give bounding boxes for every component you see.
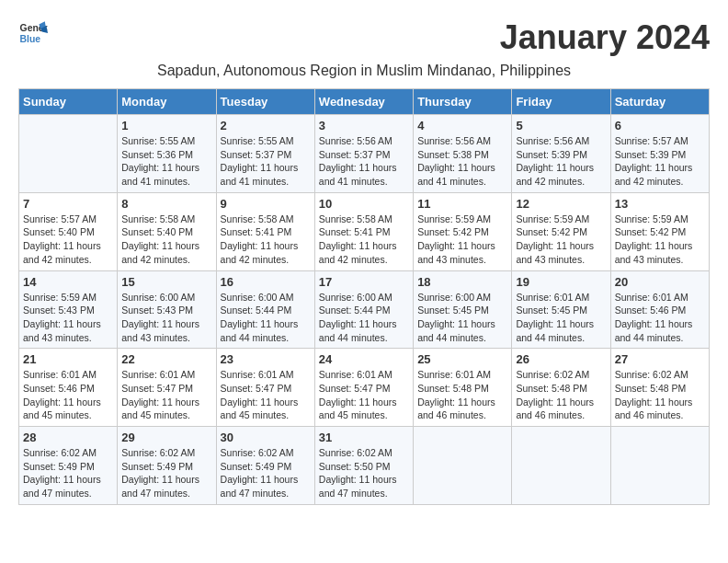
day-info: Sunrise: 5:56 AMSunset: 5:39 PMDaylight:… [516,134,606,189]
day-number: 15 [121,275,211,289]
calendar-cell: 4Sunrise: 5:56 AMSunset: 5:38 PMDaylight… [414,115,512,193]
calendar-cell: 18Sunrise: 6:00 AMSunset: 5:45 PMDayligh… [414,270,512,349]
calendar-cell: 17Sunrise: 6:00 AMSunset: 5:44 PMDayligh… [314,270,413,349]
day-number: 5 [516,119,606,132]
calendar-table: SundayMondayTuesdayWednesdayThursdayFrid… [18,88,710,505]
weekday-header-tuesday: Tuesday [216,89,314,115]
calendar-cell: 25Sunrise: 6:01 AMSunset: 5:48 PMDayligh… [414,349,512,427]
calendar-cell: 12Sunrise: 5:59 AMSunset: 5:42 PMDayligh… [512,192,610,270]
calendar-cell: 23Sunrise: 6:01 AMSunset: 5:47 PMDayligh… [216,349,314,427]
day-number: 29 [121,431,211,444]
day-number: 19 [516,275,606,289]
calendar-cell: 31Sunrise: 6:02 AMSunset: 5:50 PMDayligh… [314,427,413,505]
day-number: 10 [319,197,409,211]
day-info: Sunrise: 5:58 AMSunset: 5:41 PMDaylight:… [221,213,311,267]
day-number: 27 [615,352,705,366]
calendar-cell: 9Sunrise: 5:58 AMSunset: 5:41 PMDaylight… [216,192,314,270]
calendar-cell: 10Sunrise: 5:58 AMSunset: 5:41 PMDayligh… [314,192,413,270]
calendar-cell: 26Sunrise: 6:02 AMSunset: 5:48 PMDayligh… [512,349,610,427]
day-info: Sunrise: 6:01 AMSunset: 5:48 PMDaylight:… [417,368,507,422]
day-info: Sunrise: 5:56 AMSunset: 5:38 PMDaylight:… [417,134,507,189]
day-number: 2 [221,119,311,132]
day-number: 9 [221,197,311,211]
calendar-cell: 8Sunrise: 5:58 AMSunset: 5:40 PMDaylight… [118,192,216,270]
day-info: Sunrise: 5:59 AMSunset: 5:42 PMDaylight:… [417,213,507,267]
month-title: January 2024 [500,18,710,57]
day-info: Sunrise: 5:59 AMSunset: 5:43 PMDaylight:… [23,291,113,345]
calendar-cell: 30Sunrise: 6:02 AMSunset: 5:49 PMDayligh… [216,427,314,505]
day-number: 7 [23,197,113,211]
day-number: 31 [319,431,409,444]
calendar-cell: 5Sunrise: 5:56 AMSunset: 5:39 PMDaylight… [512,115,610,193]
page-header: General Blue January 2024 [18,18,710,57]
day-info: Sunrise: 5:57 AMSunset: 5:39 PMDaylight:… [615,134,705,189]
calendar-cell: 6Sunrise: 5:57 AMSunset: 5:39 PMDaylight… [610,115,709,193]
day-number: 21 [23,352,113,366]
day-info: Sunrise: 5:56 AMSunset: 5:37 PMDaylight:… [319,134,409,189]
weekday-header-friday: Friday [512,89,610,115]
day-info: Sunrise: 5:57 AMSunset: 5:40 PMDaylight:… [23,213,113,267]
calendar-week-4: 21Sunrise: 6:01 AMSunset: 5:46 PMDayligh… [19,349,710,427]
day-info: Sunrise: 5:59 AMSunset: 5:42 PMDaylight:… [516,213,606,267]
weekday-header-sunday: Sunday [19,89,118,115]
day-number: 4 [417,119,507,132]
calendar-cell [19,115,118,193]
weekday-header-monday: Monday [118,89,216,115]
calendar-week-5: 28Sunrise: 6:02 AMSunset: 5:49 PMDayligh… [19,427,710,505]
calendar-cell: 22Sunrise: 6:01 AMSunset: 5:47 PMDayligh… [118,349,216,427]
calendar-cell: 13Sunrise: 5:59 AMSunset: 5:42 PMDayligh… [610,192,709,270]
day-info: Sunrise: 6:01 AMSunset: 5:45 PMDaylight:… [516,291,606,345]
calendar-cell [414,427,512,505]
day-number: 14 [23,275,113,289]
day-info: Sunrise: 5:58 AMSunset: 5:41 PMDaylight:… [319,213,409,267]
calendar-cell: 14Sunrise: 5:59 AMSunset: 5:43 PMDayligh… [19,270,118,349]
day-number: 26 [516,352,606,366]
calendar-cell: 27Sunrise: 6:02 AMSunset: 5:48 PMDayligh… [610,349,709,427]
day-info: Sunrise: 6:01 AMSunset: 5:47 PMDaylight:… [319,368,409,422]
day-info: Sunrise: 6:00 AMSunset: 5:44 PMDaylight:… [221,291,311,345]
day-info: Sunrise: 6:01 AMSunset: 5:47 PMDaylight:… [121,368,211,422]
day-info: Sunrise: 6:01 AMSunset: 5:46 PMDaylight:… [615,291,705,345]
weekday-header-wednesday: Wednesday [314,89,413,115]
calendar-cell [512,427,610,505]
calendar-cell: 19Sunrise: 6:01 AMSunset: 5:45 PMDayligh… [512,270,610,349]
logo: General Blue [18,18,48,48]
calendar-week-2: 7Sunrise: 5:57 AMSunset: 5:40 PMDaylight… [19,192,710,270]
calendar-cell: 11Sunrise: 5:59 AMSunset: 5:42 PMDayligh… [414,192,512,270]
day-number: 22 [121,352,211,366]
svg-text:Blue: Blue [20,34,41,44]
day-number: 11 [417,197,507,211]
weekday-header-thursday: Thursday [414,89,512,115]
calendar-cell: 7Sunrise: 5:57 AMSunset: 5:40 PMDaylight… [19,192,118,270]
day-number: 6 [615,119,705,132]
day-number: 8 [121,197,211,211]
day-info: Sunrise: 6:02 AMSunset: 5:49 PMDaylight:… [221,446,311,500]
day-number: 16 [221,275,311,289]
day-info: Sunrise: 5:55 AMSunset: 5:37 PMDaylight:… [221,134,311,189]
weekday-header-saturday: Saturday [610,89,709,115]
calendar-cell: 16Sunrise: 6:00 AMSunset: 5:44 PMDayligh… [216,270,314,349]
calendar-cell: 15Sunrise: 6:00 AMSunset: 5:43 PMDayligh… [118,270,216,349]
day-info: Sunrise: 6:02 AMSunset: 5:50 PMDaylight:… [319,446,409,500]
subtitle: Sapadun, Autonomous Region in Muslim Min… [18,63,710,79]
calendar-cell: 21Sunrise: 6:01 AMSunset: 5:46 PMDayligh… [19,349,118,427]
calendar-cell: 3Sunrise: 5:56 AMSunset: 5:37 PMDaylight… [314,115,413,193]
day-number: 3 [319,119,409,132]
day-number: 30 [221,431,311,444]
calendar-cell: 20Sunrise: 6:01 AMSunset: 5:46 PMDayligh… [610,270,709,349]
day-number: 25 [417,352,507,366]
calendar-week-3: 14Sunrise: 5:59 AMSunset: 5:43 PMDayligh… [19,270,710,349]
day-info: Sunrise: 6:02 AMSunset: 5:48 PMDaylight:… [516,368,606,422]
calendar-cell: 1Sunrise: 5:55 AMSunset: 5:36 PMDaylight… [118,115,216,193]
day-info: Sunrise: 6:01 AMSunset: 5:47 PMDaylight:… [221,368,311,422]
day-info: Sunrise: 6:02 AMSunset: 5:49 PMDaylight:… [121,446,211,500]
day-info: Sunrise: 5:59 AMSunset: 5:42 PMDaylight:… [615,213,705,267]
calendar-cell: 28Sunrise: 6:02 AMSunset: 5:49 PMDayligh… [19,427,118,505]
day-info: Sunrise: 6:00 AMSunset: 5:44 PMDaylight:… [319,291,409,345]
day-number: 12 [516,197,606,211]
calendar-week-1: 1Sunrise: 5:55 AMSunset: 5:36 PMDaylight… [19,115,710,193]
calendar-cell: 24Sunrise: 6:01 AMSunset: 5:47 PMDayligh… [314,349,413,427]
day-info: Sunrise: 5:55 AMSunset: 5:36 PMDaylight:… [121,134,211,189]
day-info: Sunrise: 6:02 AMSunset: 5:49 PMDaylight:… [23,446,113,500]
day-number: 13 [615,197,705,211]
